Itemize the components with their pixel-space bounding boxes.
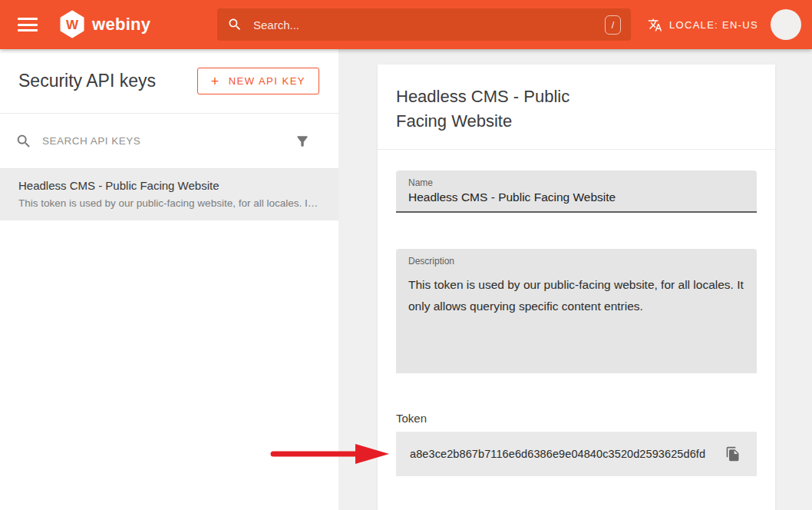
token-value: a8e3ce2b867b7116e6d6386e9e04840c3520d259… — [410, 448, 718, 460]
logo-wordmark: webiny — [92, 15, 150, 35]
page-title: Security API keys — [18, 71, 156, 91]
api-key-list-item[interactable]: Headless CMS - Public Facing Website Thi… — [0, 169, 338, 220]
description-field: Description This token is used by our pu… — [396, 249, 757, 373]
detail-header: Headless CMS - Public Facing Website — [378, 65, 775, 150]
list-item-title: Headless CMS - Public Facing Website — [18, 179, 320, 192]
locale-selector[interactable]: LOCALE: EN-US — [645, 0, 761, 49]
logo-letter: W — [66, 18, 79, 32]
copy-token-button[interactable] — [718, 439, 748, 469]
global-search-bar[interactable]: / — [217, 8, 631, 41]
description-textarea[interactable]: This token is used by our public-facing … — [408, 269, 744, 359]
user-avatar[interactable] — [771, 9, 801, 40]
api-key-detail-card: Headless CMS - Public Facing Website Nam… — [378, 65, 775, 510]
token-label: Token — [396, 412, 757, 425]
api-keys-search-row — [0, 114, 338, 169]
hamburger-icon — [18, 18, 38, 31]
webiny-logo-icon: W — [59, 10, 85, 38]
api-keys-search-input[interactable] — [42, 135, 285, 147]
new-api-key-button[interactable]: + NEW API KEY — [197, 68, 319, 94]
global-search-input[interactable] — [253, 18, 605, 31]
list-item-description: This token is used by our public-facing … — [18, 197, 320, 209]
detail-form: Name Description This token is used by o… — [378, 171, 775, 476]
new-api-key-button-label: NEW API KEY — [229, 75, 305, 87]
search-icon — [227, 17, 243, 32]
token-box: a8e3ce2b867b7116e6d6386e9e04840c3520d259… — [396, 432, 757, 476]
api-key-list: Headless CMS - Public Facing Website Thi… — [0, 169, 338, 220]
menu-button[interactable] — [17, 15, 38, 34]
filter-button[interactable] — [295, 134, 310, 149]
locale-label: LOCALE: EN-US — [669, 19, 758, 31]
api-keys-panel: Security API keys + NEW API KEY Headless… — [0, 49, 338, 510]
name-input[interactable] — [408, 190, 744, 204]
plus-icon: + — [211, 75, 220, 88]
slash-shortcut-badge: / — [605, 15, 621, 35]
translate-icon — [648, 18, 662, 32]
search-icon — [15, 133, 32, 150]
top-app-bar: W webiny / LOCALE: EN-US — [0, 0, 812, 49]
filter-funnel-icon — [295, 134, 310, 149]
panel-header: Security API keys + NEW API KEY — [0, 49, 338, 114]
main-content: Security API keys + NEW API KEY Headless… — [0, 49, 812, 510]
name-field: Name — [396, 171, 757, 213]
description-field-label: Description — [408, 256, 744, 267]
name-field-label: Name — [408, 177, 744, 188]
copy-icon — [725, 446, 741, 462]
detail-title: Headless CMS - Public Facing Website — [396, 84, 596, 134]
webiny-logo: W webiny — [59, 10, 150, 38]
